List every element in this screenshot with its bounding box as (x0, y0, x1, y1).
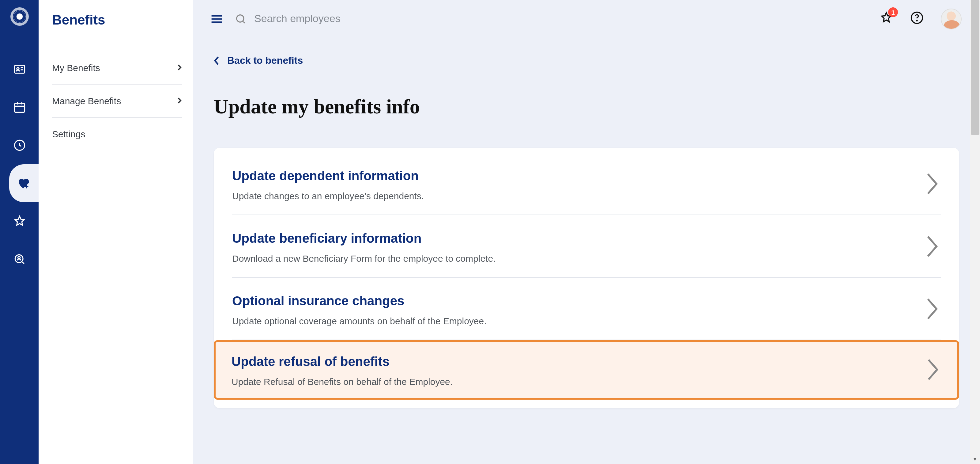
sidebar: Benefits My Benefits Manage Benefits Set… (38, 0, 193, 464)
option-update-refusal[interactable]: Update refusal of benefits Update Refusa… (214, 340, 959, 400)
chevron-right-icon (177, 96, 182, 106)
options-card: Update dependent information Update chan… (214, 148, 959, 408)
option-description: Download a new Beneficiary Form for the … (232, 253, 495, 263)
scrollbar[interactable]: ▴ ▾ (970, 0, 980, 464)
topbar: 1 (193, 0, 980, 38)
option-description: Update changes to an employee's dependen… (232, 191, 424, 201)
sidebar-title: Benefits (52, 12, 182, 28)
nav-item-search-people[interactable] (0, 240, 38, 278)
main-content: 1 Back to benefits Update my benefits in… (193, 0, 980, 464)
heart-plus-icon (16, 177, 30, 190)
scroll-down-arrow[interactable]: ▾ (970, 454, 980, 464)
option-update-dependent[interactable]: Update dependent information Update chan… (232, 153, 941, 215)
svg-point-1 (16, 68, 19, 70)
calendar-icon (13, 100, 26, 114)
chevron-right-icon (925, 234, 941, 261)
nav-item-favorites[interactable] (0, 202, 38, 240)
back-link[interactable]: Back to benefits (214, 55, 303, 66)
help-button[interactable] (910, 11, 924, 27)
search-field[interactable] (235, 13, 867, 25)
chevron-right-icon (177, 62, 182, 73)
help-icon (910, 11, 924, 24)
option-title: Update dependent information (232, 169, 424, 183)
sidebar-item-label: Settings (52, 129, 85, 139)
option-title: Update beneficiary information (232, 231, 495, 246)
svg-point-14 (237, 15, 244, 22)
clock-icon (13, 139, 26, 152)
person-search-icon (13, 252, 26, 266)
chevron-right-icon (925, 297, 941, 323)
back-link-label: Back to benefits (227, 55, 303, 66)
option-optional-insurance[interactable]: Optional insurance changes Update option… (232, 277, 941, 340)
id-card-icon (13, 62, 26, 76)
sidebar-item-label: Manage Benefits (52, 96, 121, 106)
option-title: Optional insurance changes (232, 293, 487, 308)
option-description: Update Refusal of Benefits on behalf of … (232, 376, 453, 387)
page-title: Update my benefits info (214, 96, 959, 118)
notification-badge: 1 (888, 7, 898, 17)
menu-toggle[interactable] (211, 15, 222, 23)
sidebar-item-label: My Benefits (52, 62, 100, 73)
svg-point-16 (916, 20, 917, 21)
nav-item-profile[interactable] (0, 50, 38, 88)
star-icon (13, 215, 26, 228)
option-update-beneficiary[interactable]: Update beneficiary information Download … (232, 215, 941, 277)
sidebar-item-manage-benefits[interactable]: Manage Benefits (52, 85, 182, 118)
user-avatar[interactable] (941, 9, 962, 29)
scrollbar-thumb[interactable] (971, 0, 979, 135)
app-logo[interactable] (10, 7, 29, 26)
sidebar-item-my-benefits[interactable]: My Benefits (52, 51, 182, 85)
svg-rect-0 (14, 65, 24, 73)
chevron-left-icon (214, 56, 220, 65)
option-description: Update optional coverage amounts on beha… (232, 316, 487, 326)
nav-item-time[interactable] (0, 126, 38, 164)
nav-item-benefits[interactable] (9, 164, 38, 202)
svg-rect-4 (14, 103, 24, 112)
svg-point-13 (18, 257, 20, 259)
chevron-right-icon (926, 357, 942, 384)
option-title: Update refusal of benefits (232, 354, 453, 369)
chevron-right-icon (925, 171, 941, 198)
nav-rail (0, 0, 38, 464)
sidebar-item-settings[interactable]: Settings (52, 118, 182, 150)
nav-item-calendar[interactable] (0, 88, 38, 126)
search-input[interactable] (254, 13, 438, 25)
favorites-button[interactable]: 1 (880, 11, 893, 27)
search-icon (235, 13, 247, 25)
